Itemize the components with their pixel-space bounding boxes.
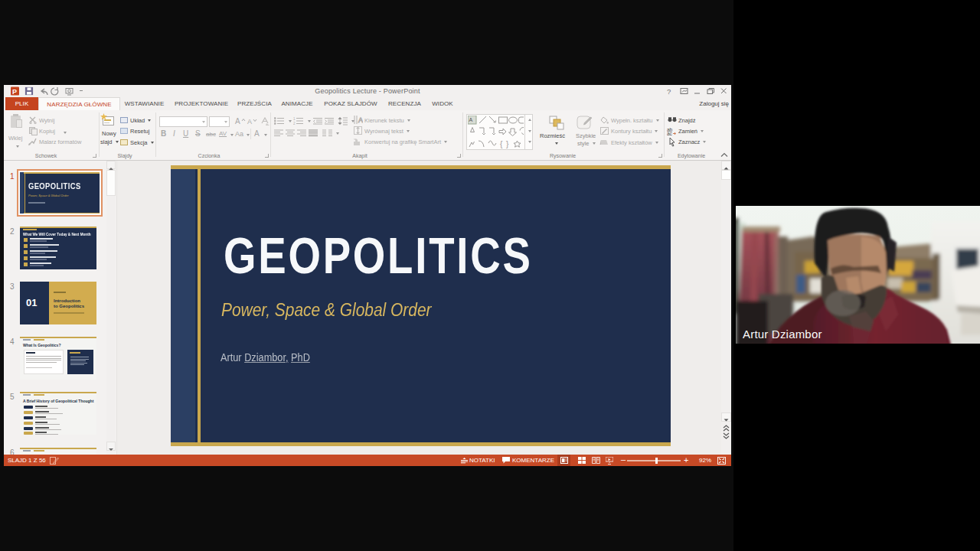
svg-text:{: { <box>500 140 503 148</box>
svg-text:1: 1 <box>293 117 296 121</box>
svg-text:P: P <box>12 88 17 96</box>
svg-text:A: A <box>469 117 473 122</box>
svg-text:?: ? <box>667 87 671 95</box>
svg-text:2: 2 <box>293 122 296 125</box>
svg-text:ac: ac <box>667 131 673 135</box>
svg-text:A: A <box>358 116 363 124</box>
svg-text:}: } <box>506 140 509 148</box>
